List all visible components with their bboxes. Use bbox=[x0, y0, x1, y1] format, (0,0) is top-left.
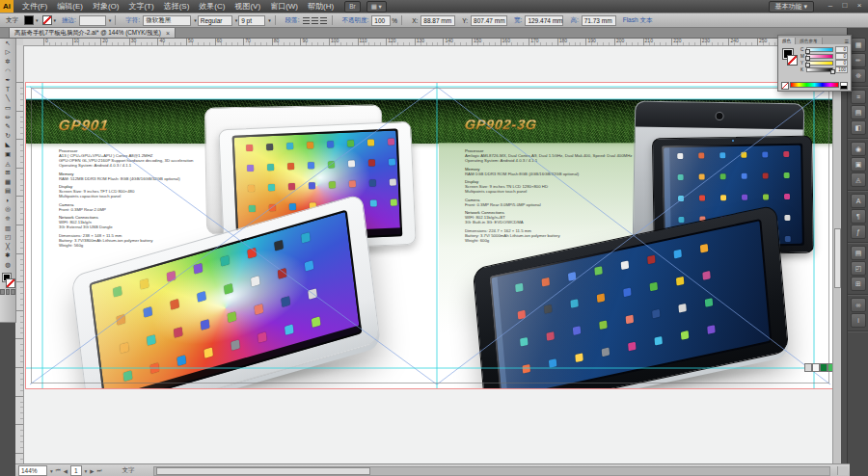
transparency-panel-icon[interactable]: ◧ bbox=[851, 120, 866, 135]
slider-value-field[interactable]: 0 bbox=[835, 60, 848, 66]
width-field[interactable]: 129.474 mm bbox=[525, 15, 563, 26]
symbols-panel-icon[interactable]: ❊ bbox=[851, 68, 866, 83]
draw-behind-button[interactable] bbox=[6, 289, 11, 295]
artboard-tool[interactable]: ◰ bbox=[0, 232, 15, 242]
horizontal-scrollbar[interactable] bbox=[153, 466, 830, 476]
artboard-page[interactable]: GP901 GP902-3G ProcessorA13 ( CPU+GPU+VP… bbox=[25, 82, 835, 389]
pathfinder-panel-icon[interactable]: ◬ bbox=[851, 172, 866, 187]
tab-color-guide[interactable]: 颜色参考 bbox=[796, 38, 822, 44]
tab-color[interactable]: 颜色 bbox=[778, 38, 796, 44]
slider-track[interactable] bbox=[806, 61, 833, 66]
menu-文件[interactable]: 文件(F) bbox=[17, 0, 52, 13]
scale-tool[interactable]: ◣ bbox=[0, 141, 15, 150]
gradient-tool[interactable]: ▤ bbox=[0, 187, 15, 197]
brushes-panel-icon[interactable]: ✏ bbox=[851, 53, 866, 67]
restore-button[interactable]: □ bbox=[840, 1, 850, 10]
vertical-scrollbar-thumb[interactable] bbox=[834, 228, 841, 288]
paragraph-label[interactable]: 段落: bbox=[285, 16, 300, 25]
type-tool[interactable]: T bbox=[0, 85, 15, 94]
appearance-panel-icon[interactable]: ◉ bbox=[851, 142, 866, 156]
menu-视图[interactable]: 视图(V) bbox=[230, 0, 265, 13]
font-size-field[interactable]: 9 pt bbox=[238, 15, 265, 26]
info-panel-icon[interactable]: i bbox=[851, 313, 866, 328]
tab-close-icon[interactable]: × bbox=[166, 30, 170, 37]
last-artboard-icon[interactable]: ⏭ bbox=[97, 467, 102, 474]
align-right-button[interactable] bbox=[320, 17, 327, 24]
paragraph-panel-icon[interactable]: ¶ bbox=[851, 209, 866, 224]
horizontal-scrollbar-thumb[interactable] bbox=[156, 467, 370, 475]
none-swatch[interactable] bbox=[781, 82, 789, 90]
slice-tool[interactable]: ╳ bbox=[0, 242, 15, 251]
blend-tool[interactable]: ◎ bbox=[0, 205, 15, 215]
slider-track[interactable] bbox=[806, 67, 833, 72]
opacity-field[interactable]: 100 bbox=[371, 15, 391, 26]
align-left-button[interactable] bbox=[303, 17, 310, 24]
slider-track[interactable] bbox=[806, 47, 833, 52]
color-spectrum-bar[interactable] bbox=[790, 82, 839, 88]
slider-value-field[interactable]: 100 bbox=[835, 66, 848, 73]
menu-效果[interactable]: 效果(C) bbox=[194, 0, 230, 13]
layers-panel-icon[interactable]: ▤ bbox=[851, 246, 866, 260]
vertical-ruler[interactable] bbox=[15, 45, 24, 463]
width-label[interactable]: 宽: bbox=[514, 16, 522, 25]
canvas-area[interactable]: GP901 GP902-3G ProcessorA13 ( CPU+GPU+VP… bbox=[23, 45, 841, 463]
menu-文字[interactable]: 文字(T) bbox=[123, 0, 158, 13]
selection-tool[interactable]: ↖ bbox=[0, 39, 15, 48]
height-label[interactable]: 高: bbox=[570, 16, 578, 25]
character-label[interactable]: 字符: bbox=[125, 16, 140, 25]
gradient-panel-icon[interactable]: ▤ bbox=[851, 105, 866, 119]
draw-normal-button[interactable] bbox=[0, 289, 5, 295]
artboards-panel-icon[interactable]: ◰ bbox=[851, 261, 866, 276]
column-graph-tool[interactable]: ▥ bbox=[0, 224, 15, 233]
y-field[interactable]: 807.47 mm bbox=[471, 15, 507, 26]
stroke-label[interactable]: 描边: bbox=[62, 16, 76, 25]
font-style-arrow[interactable]: ▾ bbox=[235, 17, 238, 23]
close-button[interactable]: × bbox=[854, 1, 864, 10]
font-family-field[interactable]: 微软雅黑 bbox=[143, 15, 191, 26]
horizontal-ruler[interactable]: 0102030405060708090100110120130140150160… bbox=[23, 38, 841, 46]
font-family-arrow[interactable]: ▾ bbox=[194, 17, 197, 23]
font-size-arrow[interactable]: ▾ bbox=[268, 17, 271, 23]
paintbrush-tool[interactable]: ✏ bbox=[0, 113, 15, 122]
first-artboard-icon[interactable]: ⏮ bbox=[56, 467, 61, 474]
vertical-scrollbar[interactable] bbox=[832, 45, 841, 463]
shape-builder-tool[interactable]: ◬ bbox=[0, 159, 15, 169]
stroke-weight-arrow[interactable]: ▾ bbox=[109, 17, 112, 23]
fill-color-swatch[interactable] bbox=[24, 15, 34, 25]
swatches-panel-icon[interactable]: ▦ bbox=[851, 38, 866, 52]
magic-wand-tool[interactable]: ✲ bbox=[0, 57, 15, 66]
slider-value-field[interactable]: 0 bbox=[835, 46, 848, 53]
font-style-field[interactable]: Regular bbox=[198, 15, 232, 26]
free-transform-tool[interactable]: ▣ bbox=[0, 149, 15, 159]
menu-选择[interactable]: 选择(S) bbox=[159, 0, 195, 13]
links-panel-icon[interactable]: ∞ bbox=[851, 298, 866, 312]
menu-窗口[interactable]: 窗口(W) bbox=[265, 0, 303, 13]
hand-tool[interactable]: ✱ bbox=[0, 251, 15, 261]
artboard-dropdown-arrow[interactable]: ▾ bbox=[85, 468, 88, 474]
zoom-dropdown-arrow[interactable]: ▾ bbox=[50, 468, 53, 474]
stroke-panel-icon[interactable]: ≡ bbox=[851, 90, 866, 104]
bridge-button[interactable]: Br bbox=[344, 1, 361, 13]
pen-tool[interactable]: ✒ bbox=[0, 75, 15, 85]
stroke-color-swatch[interactable] bbox=[42, 15, 52, 25]
toolbar-stroke-swatch[interactable] bbox=[6, 278, 15, 288]
direct-selection-tool[interactable]: ▷ bbox=[0, 48, 15, 58]
zoom-level-field[interactable]: 144% bbox=[18, 465, 47, 476]
stroke-weight-field[interactable] bbox=[79, 15, 106, 26]
character-panel-icon[interactable]: A bbox=[851, 194, 866, 208]
slider-value-field[interactable]: 0 bbox=[835, 53, 848, 60]
menu-帮助[interactable]: 帮助(H) bbox=[303, 0, 339, 13]
workspace-switcher[interactable]: 基本功能 ▾ bbox=[769, 1, 814, 13]
slider-thumb[interactable] bbox=[830, 69, 835, 74]
next-artboard-icon[interactable]: ▶ bbox=[90, 468, 94, 474]
line-tool[interactable]: ╲ bbox=[0, 94, 15, 104]
opentype-panel-icon[interactable]: ƒ bbox=[851, 225, 866, 239]
black-white-swatch[interactable] bbox=[840, 82, 848, 90]
pencil-tool[interactable]: ✎ bbox=[0, 121, 15, 131]
mesh-tool[interactable]: ▦ bbox=[0, 177, 15, 187]
flash-text-link[interactable]: Flash 文本 bbox=[623, 16, 653, 25]
symbol-sprayer-tool[interactable]: ❊ bbox=[0, 214, 15, 224]
menu-对象[interactable]: 对象(O) bbox=[88, 0, 124, 13]
lasso-tool[interactable]: ◠ bbox=[0, 66, 15, 76]
graphic-styles-panel-icon[interactable]: ▣ bbox=[851, 157, 866, 172]
